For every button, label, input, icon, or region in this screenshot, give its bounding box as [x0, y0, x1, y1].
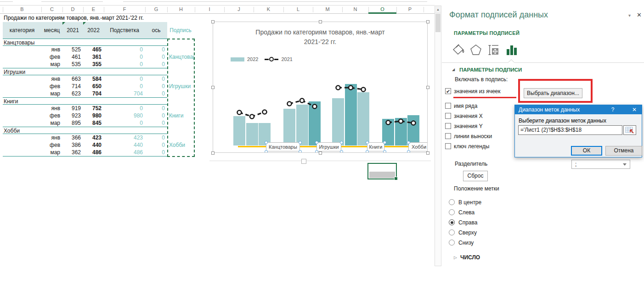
cell-month[interactable]: янв	[3, 105, 62, 112]
cell-highlight[interactable]: 0	[104, 61, 145, 68]
checkbox-значения из ячеек[interactable]: ✔	[445, 88, 451, 94]
section-expanded-icon[interactable]: ◢	[452, 67, 455, 72]
cell-2022[interactable]: 440	[83, 141, 104, 149]
cell-axis[interactable]: 0	[145, 141, 167, 149]
checkbox-ключ легенды[interactable]	[445, 143, 451, 149]
label-selection-handle[interactable]	[315, 141, 318, 144]
cell-2022[interactable]: 704	[83, 90, 104, 97]
column-header-I[interactable]: I	[195, 6, 224, 13]
category-row[interactable]: Книги	[3, 97, 167, 105]
cell-highlight[interactable]: 0	[104, 75, 145, 83]
cell-month[interactable]: янв	[3, 75, 62, 83]
section-collapsed-icon[interactable]: ▷	[454, 255, 457, 260]
category-label-Книги[interactable]: Книги	[367, 142, 384, 151]
column-header-J[interactable]: J	[224, 6, 254, 13]
cell-2021[interactable]: 386	[62, 141, 83, 149]
sheet-title-cell[interactable]: Продажи по категориям товаров, янв.-март…	[4, 15, 144, 21]
selected-cell[interactable]	[367, 163, 397, 179]
category-label-Канцтовары[interactable]: Канцтовары	[266, 142, 300, 151]
month-row[interactable]: мар53535500	[3, 61, 167, 68]
effects-icon[interactable]	[469, 44, 482, 56]
cell-2021[interactable]: 923	[62, 112, 83, 119]
cell-highlight[interactable]: 486	[104, 149, 145, 156]
fill-line-icon[interactable]	[452, 44, 465, 56]
cell-2022[interactable]: 486	[83, 149, 104, 156]
cell-axis[interactable]: 0	[145, 119, 167, 127]
label-selection-handle[interactable]	[315, 150, 318, 153]
column-header-N[interactable]: N	[342, 6, 368, 13]
label-selection-handle[interactable]	[265, 141, 268, 144]
cell-2021[interactable]: 362	[62, 149, 83, 156]
label-cell[interactable]: Книги	[169, 112, 194, 119]
number-section[interactable]: ЧИСЛО	[460, 254, 480, 261]
cell-axis[interactable]: 0	[145, 83, 167, 90]
fill-handle[interactable]	[394, 177, 398, 180]
label-cell[interactable]: Канцтовары	[169, 53, 194, 61]
cell-2021[interactable]: 623	[62, 90, 83, 97]
label-cell[interactable]: Хобби	[169, 141, 194, 149]
month-row[interactable]: янв52546500	[3, 46, 167, 53]
chart-frame-handle[interactable]	[426, 86, 429, 89]
radio-Сверху[interactable]	[449, 229, 455, 235]
cell-2021[interactable]: 535	[62, 61, 83, 68]
dialog-close-icon[interactable]: ✕	[629, 105, 640, 114]
cell-axis[interactable]: 0	[145, 75, 167, 83]
label-selection-handle[interactable]	[366, 141, 369, 144]
checkbox-имя ряда[interactable]	[445, 103, 451, 109]
label-options-section[interactable]: ПАРАМЕТРЫ ПОДПИСИ	[459, 67, 522, 73]
label-selection-handle[interactable]	[340, 141, 343, 144]
cell-axis[interactable]: 0	[145, 61, 167, 68]
cell-month[interactable]: мар	[3, 149, 62, 156]
cell-axis[interactable]: 0	[145, 149, 167, 156]
pane-close-icon[interactable]: ✕	[637, 11, 642, 18]
radio-В центре[interactable]	[449, 199, 455, 205]
category-label-Игрушки[interactable]: Игрушки	[316, 142, 341, 151]
label-cell[interactable]: Игрушки	[169, 83, 194, 90]
scroll-up-icon[interactable]: ▲	[435, 6, 441, 13]
cell-highlight[interactable]: 704	[104, 90, 145, 97]
cell-2021[interactable]: 895	[62, 119, 83, 127]
cell-month[interactable]: фев	[3, 112, 62, 119]
month-row[interactable]: мар6237047040	[3, 90, 167, 97]
label-selection-handle[interactable]	[265, 150, 268, 153]
cell-axis[interactable]: 0	[145, 134, 167, 141]
cancel-button[interactable]: Отмена	[605, 146, 642, 156]
size-properties-icon[interactable]	[487, 44, 500, 56]
table-rows[interactable]: Канцтоварыянв52546500фев46136100мар53535…	[3, 39, 167, 156]
cell-month[interactable]: фев	[3, 83, 62, 90]
cell-month[interactable]: янв	[3, 46, 62, 53]
cell-month[interactable]: мар	[3, 61, 62, 68]
ok-button[interactable]: ОК	[571, 146, 602, 156]
category-row[interactable]: Хобби	[3, 127, 167, 134]
cell-2022[interactable]: 584	[83, 75, 104, 83]
collapse-range-icon[interactable]	[623, 125, 636, 135]
cell-2022[interactable]: 361	[83, 53, 104, 61]
chart-frame-handle[interactable]	[211, 20, 215, 23]
cell-2022[interactable]: 355	[83, 61, 104, 68]
category-row[interactable]: Канцтовары	[3, 39, 167, 46]
chart-frame-handle[interactable]	[426, 151, 429, 155]
label-selection-handle[interactable]	[407, 150, 410, 153]
cell-highlight[interactable]: 0	[104, 119, 145, 127]
dialog-help-icon[interactable]: ?	[608, 105, 617, 114]
checkbox-значения Y[interactable]	[445, 123, 451, 129]
select-range-button[interactable]: Выбрать диапазон...	[524, 88, 582, 98]
category-label-Хобби[interactable]: Хобби	[408, 142, 428, 151]
cell-month[interactable]: фев	[3, 53, 62, 61]
radio-Слева[interactable]	[449, 209, 455, 215]
label-selection-handle[interactable]	[340, 150, 343, 153]
category-row[interactable]: Игрушки	[3, 68, 167, 75]
month-row[interactable]: мар3624864860	[3, 149, 167, 156]
chart-frame-handle[interactable]	[211, 86, 215, 89]
cell-2021[interactable]: 919	[62, 105, 83, 112]
dialog-titlebar[interactable]: Диапазон меток данных	[515, 105, 642, 114]
cell-2022[interactable]: 752	[83, 105, 104, 112]
month-row[interactable]: мар89584500	[3, 119, 167, 127]
cell-highlight[interactable]: 423	[104, 134, 145, 141]
cell-month[interactable]: мар	[3, 119, 62, 127]
scrollbar-thumb[interactable]	[435, 14, 441, 32]
column-header-E[interactable]: E	[83, 6, 104, 13]
column-header-M[interactable]: M	[313, 6, 342, 13]
cell-axis[interactable]: 0	[145, 53, 167, 61]
cell-highlight[interactable]: 0	[104, 83, 145, 90]
